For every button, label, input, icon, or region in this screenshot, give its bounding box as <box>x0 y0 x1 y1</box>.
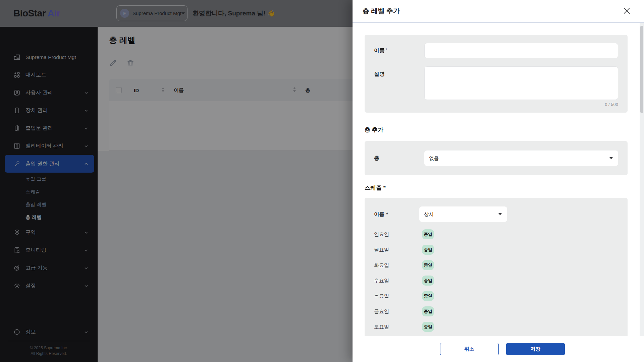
day-label: 수요일 <box>374 278 422 284</box>
basic-info-panel: 이름* 설명 0 / 500 <box>365 35 628 113</box>
allday-badge[interactable]: 종일 <box>422 291 434 301</box>
schedule-panel: 이름* 상시 일요일 종일 월요일 종일 화요일 종일 <box>365 198 628 336</box>
schedule-select-value: 상시 <box>424 211 434 218</box>
required-mark: * <box>383 185 386 191</box>
drawer-header: 층 레벨 추가 <box>353 0 644 22</box>
char-counter: 0 / 500 <box>374 102 618 107</box>
close-icon[interactable] <box>622 6 631 15</box>
day-row-tuesday: 화요일 종일 <box>374 257 618 273</box>
day-label: 화요일 <box>374 262 422 268</box>
allday-badge[interactable]: 종일 <box>422 322 434 332</box>
day-row-saturday: 토요일 종일 <box>374 319 618 335</box>
required-mark: * <box>386 211 388 217</box>
schedule-select[interactable]: 상시 <box>419 206 507 222</box>
day-label: 금요일 <box>374 308 422 315</box>
description-label: 설명 <box>374 66 424 78</box>
allday-badge[interactable]: 종일 <box>422 245 434 255</box>
chevron-down-icon <box>609 157 613 159</box>
drawer-title: 층 레벨 추가 <box>363 6 622 15</box>
day-label: 목요일 <box>374 293 422 299</box>
name-input[interactable] <box>424 43 618 58</box>
drawer-scrollbar[interactable] <box>640 23 644 336</box>
day-label: 일요일 <box>374 231 422 238</box>
floor-label: 층 <box>374 150 424 162</box>
allday-badge[interactable]: 종일 <box>422 260 434 270</box>
floor-select[interactable]: 없음 <box>424 150 618 166</box>
schedule-section-heading: 스케줄* <box>365 184 628 192</box>
scrollbar-thumb[interactable] <box>640 26 643 113</box>
day-label: 월요일 <box>374 247 422 253</box>
drawer-footer: 취소 저장 <box>353 336 644 362</box>
allday-badge[interactable]: 종일 <box>422 229 434 239</box>
floor-panel: 층 없음 <box>365 141 628 175</box>
description-textarea[interactable] <box>424 66 618 100</box>
add-floor-level-drawer: 층 레벨 추가 이름* 설명 0 / 500 층 추가 층 없음 <box>353 0 644 362</box>
allday-badge[interactable]: 종일 <box>422 276 434 286</box>
day-row-sunday: 일요일 종일 <box>374 227 618 242</box>
drawer-body: 이름* 설명 0 / 500 층 추가 층 없음 스케줄* 이름* <box>353 23 644 336</box>
schedule-name-label: 이름* <box>374 206 419 218</box>
floor-section-heading: 층 추가 <box>365 126 628 134</box>
chevron-down-icon <box>498 213 502 215</box>
required-mark: * <box>385 48 387 53</box>
day-label: 토요일 <box>374 324 422 330</box>
allday-badge[interactable]: 종일 <box>422 306 434 316</box>
day-row-friday: 금요일 종일 <box>374 304 618 319</box>
save-button[interactable]: 저장 <box>506 343 565 355</box>
day-row-wednesday: 수요일 종일 <box>374 273 618 288</box>
name-label: 이름* <box>374 43 424 54</box>
day-schedule-list: 일요일 종일 월요일 종일 화요일 종일 수요일 종일 목요일 종일 <box>374 227 618 335</box>
day-row-thursday: 목요일 종일 <box>374 288 618 304</box>
day-row-monday: 월요일 종일 <box>374 242 618 257</box>
cancel-button[interactable]: 취소 <box>440 343 499 355</box>
floor-select-value: 없음 <box>429 155 439 162</box>
